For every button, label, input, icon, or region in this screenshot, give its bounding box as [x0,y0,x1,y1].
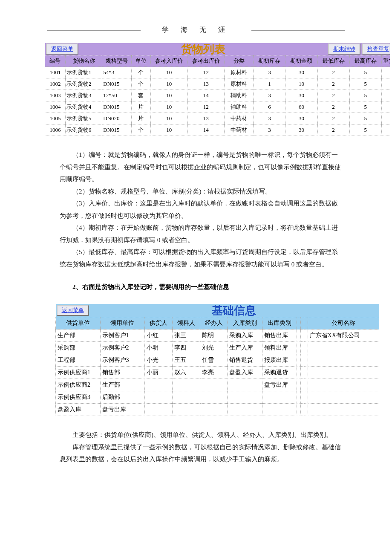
table-row: 采购部示例客户2小明李四刘光生产入库领料出库 [56,342,379,354]
cell-c4 [200,404,228,416]
cell-qa: 30 [285,113,317,124]
cell-company [308,391,379,404]
cell-id: 1006 [45,124,66,136]
cell-c4: 李亮 [200,367,228,379]
cell-max: 5 [349,90,381,101]
cell-spacer [297,354,300,367]
cell-name: 示例货物2 [65,78,102,90]
cell-c0: 采购部 [56,342,101,354]
return-menu-button[interactable]: 返回菜单 [46,43,78,55]
cell-spacer [304,354,308,367]
table-row: 示例供应商2生产部盘亏出库 [56,379,379,391]
col-spacer [300,317,304,330]
cell-qc: 1 [254,78,285,90]
cell-c6: 采购退货 [262,367,297,379]
cell-spacer [297,379,300,391]
desc-1-5: （5）最低库存、最高库存：可以根据货物的出入库频率与订货周期自行设定，以后库存管… [60,246,341,270]
cell-unit: 片 [131,113,151,124]
table-header-row: 编号 货物名称 规格型号 单位 参考入库价 参考出库价 分类 期初库存 期初金额… [45,55,390,67]
cell-max: 5 [349,78,381,90]
cell-outp: 12 [187,67,224,78]
col-minstock: 最低库存 [317,55,349,67]
cell-c3: 王五 [172,354,200,367]
cell-c5 [228,404,262,416]
cell-unit: 套 [131,90,151,101]
cell-spacer [297,342,300,354]
cell-cat: 辅助料 [225,90,254,101]
cell-c1: 销售部 [100,367,145,379]
cell-qa: 30 [285,67,317,78]
cell-spacer [304,367,308,379]
table-row: 生产部示例客户1小红张三陈明采购入库销售出库广东省XX有限公司 [56,330,379,342]
cell-c2: 小光 [145,354,173,367]
cell-company [308,367,379,379]
cell-name: 示例货物1 [65,67,102,78]
cell-c6: 销售出库 [262,330,297,342]
desc-2-2: 库存管理系统里已提供了一些示例的数据，可以根据自己的实际情况添加、删除或修改。基… [60,441,341,465]
return-menu-button-2[interactable]: 返回菜单 [57,305,89,316]
goods-list-title: 货物列表 [78,43,328,57]
cell-c5: 生产入库 [228,342,262,354]
cell-c2: 小丽 [145,367,173,379]
col-handler: 经办人 [200,317,228,330]
cell-dup [381,78,390,90]
cell-outp: 14 [187,90,224,101]
cell-spacer [297,330,300,342]
cell-c2: 小明 [145,342,173,354]
cell-c0: 示例供应商1 [56,367,101,379]
cell-spacer [300,367,304,379]
table-row: 1002示例货物2DN015个1013原材料11025 [45,78,390,90]
col-receiver: 领用单位 [100,317,145,330]
cell-spec: DN015 [102,101,131,113]
cell-c5: 销售退货 [228,354,262,367]
cell-spec: DN015 [102,78,131,90]
cell-c2 [145,379,173,391]
cell-qa: 60 [285,101,317,113]
period-rollover-button[interactable]: 期末结转 [328,43,360,55]
cell-cat: 原材料 [225,78,254,90]
cell-inp: 10 [151,101,187,113]
cell-c1: 盘亏出库 [100,404,145,416]
table-row: 1001示例货物154*3个1012原材料33025 [45,67,390,78]
cell-c5: 采购入库 [228,330,262,342]
cell-c1: 示例客户1 [100,330,145,342]
cell-spacer [300,404,304,416]
cell-c4: 刘光 [200,342,228,354]
cell-qa: 30 [285,124,317,136]
col-initamount: 期初金额 [285,55,317,67]
col-dup: 重复 [381,55,390,67]
cell-qc: 3 [254,67,285,78]
desc-2-1: 主要包括：供货单位(供应商)、领用单位、供货人、领料人、经办人、入库类别、出库类… [60,429,341,441]
cell-c2 [145,404,173,416]
cell-qc: 3 [254,124,285,136]
cell-spacer [300,379,304,391]
cell-c3 [172,379,200,391]
cell-outp: 12 [187,101,224,113]
check-duplicate-button[interactable]: 检查重复 [362,43,390,55]
cell-max: 5 [349,67,381,78]
section-2-heading: 2、右面是货物出入库登记时，需要调用的一些基础信息 [72,283,341,291]
cell-cat: 中药材 [225,124,254,136]
cell-qa: 10 [285,78,317,90]
cell-max: 5 [349,124,381,136]
cell-inp: 10 [151,124,187,136]
table-row: 盘盈入库盘亏出库 [56,404,379,416]
description-block-2: 主要包括：供货单位(供应商)、领用单位、供货人、领料人、经办人、入库类别、出库类… [60,429,341,465]
cell-company [308,379,379,391]
cell-c4 [200,391,228,404]
cell-c3: 张三 [172,330,200,342]
col-supplier: 供货单位 [56,317,101,330]
cell-c4 [200,379,228,391]
cell-c3: 李四 [172,342,200,354]
cell-unit: 个 [131,78,151,90]
col-id: 编号 [45,55,66,67]
cell-company: 广东省XX有限公司 [308,330,379,342]
desc-1-4: （4）期初库存：在开始做账前，货物的库存数量，以后有出入库记录时，将在此数量基础… [60,222,341,246]
col-maxstock: 最高库存 [349,55,381,67]
cell-outp: 13 [187,78,224,90]
cell-name: 示例货物4 [65,101,102,113]
cell-c6: 领料出库 [262,342,297,354]
cell-c5 [228,379,262,391]
cell-spacer [304,342,308,354]
cell-c0: 示例供应商2 [56,379,101,391]
